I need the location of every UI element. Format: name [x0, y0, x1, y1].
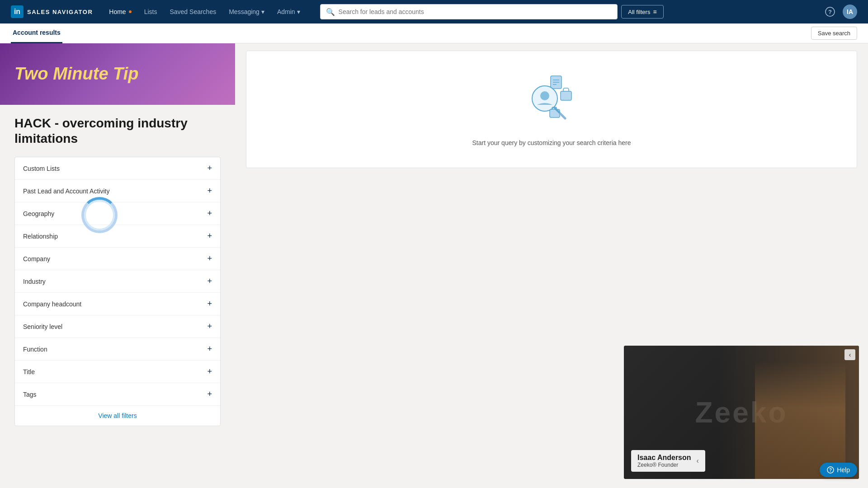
nav-link-home[interactable]: Home [104, 5, 137, 18]
expand-icon: + [207, 209, 212, 218]
chevron-down-icon: ▾ [261, 8, 264, 15]
filter-tags[interactable]: Tags + [15, 383, 220, 406]
name-card: Isaac Anderson Zeeko® Founder ‹ [631, 450, 705, 472]
expand-icon: + [207, 299, 212, 309]
search-illustration [524, 72, 579, 127]
video-overlay: Zeeko Isaac Anderson Zeeko® Founder ‹ ‹ [624, 346, 859, 479]
filter-seniority-level[interactable]: Seniority level + [15, 315, 220, 338]
person-name: Isaac Anderson [637, 454, 691, 462]
filter-lines-icon: ≡ [653, 8, 656, 15]
close-video-button[interactable]: ‹ [844, 349, 855, 360]
search-box: 🔍 [320, 4, 618, 19]
tip-banner[interactable]: Two Minute Tip [0, 43, 235, 105]
hack-title: HACK - overcoming industry limitations [0, 105, 235, 153]
search-results-panel: Start your query by customizing your sea… [246, 51, 857, 168]
expand-icon: + [207, 164, 212, 173]
nav-link-admin[interactable]: Admin ▾ [272, 5, 306, 18]
nav-links: Home Lists Saved Searches Messaging ▾ Ad… [104, 5, 305, 18]
filter-function[interactable]: Function + [15, 338, 220, 361]
main-layout: Two Minute Tip HACK - overcoming industr… [0, 43, 868, 488]
view-all-filters-link[interactable]: View all filters [15, 406, 220, 426]
filter-company-headcount[interactable]: Company headcount + [15, 293, 220, 315]
search-wrapper: 🔍 All filters ≡ [320, 4, 664, 19]
left-panel: Two Minute Tip HACK - overcoming industr… [0, 43, 235, 488]
help-icon-button[interactable]: ? [823, 5, 837, 19]
brand-name: SALES NAVIGATOR [27, 9, 93, 15]
search-hint-text: Start your query by customizing your sea… [472, 139, 631, 146]
expand-icon: + [207, 344, 212, 354]
expand-icon: + [207, 231, 212, 241]
tab-account-results[interactable]: Account results [11, 23, 62, 43]
top-navigation: in SALES NAVIGATOR Home Lists Saved Sear… [0, 0, 868, 23]
person-title: Zeeko® Founder [637, 462, 691, 468]
expand-icon: + [207, 186, 212, 196]
user-avatar[interactable]: IA [843, 5, 857, 19]
nav-link-saved-searches[interactable]: Saved Searches [164, 5, 222, 18]
nav-link-messaging[interactable]: Messaging ▾ [223, 5, 270, 18]
chevron-left-icon: ‹ [697, 457, 699, 465]
svg-rect-8 [561, 91, 571, 100]
nav-logo[interactable]: in SALES NAVIGATOR [11, 5, 93, 18]
svg-point-7 [540, 91, 549, 100]
tip-title: Two Minute Tip [14, 65, 138, 84]
all-filters-button[interactable]: All filters ≡ [621, 5, 663, 19]
filters-panel: Custom Lists + Past Lead and Account Act… [14, 157, 221, 426]
filter-title[interactable]: Title + [15, 361, 220, 383]
sub-header: Account results Save search [0, 23, 868, 43]
loading-indicator [81, 197, 118, 233]
filter-custom-lists[interactable]: Custom Lists + [15, 157, 220, 180]
filter-relationship[interactable]: Relationship + [15, 225, 220, 248]
person-figure [755, 361, 845, 479]
notification-dot [129, 10, 132, 13]
filter-past-lead-activity[interactable]: Past Lead and Account Activity + [15, 180, 220, 202]
nav-right: ? IA [823, 5, 857, 19]
svg-line-11 [561, 114, 565, 118]
expand-icon: + [207, 367, 212, 376]
filter-geography[interactable]: Geography + [15, 202, 220, 225]
svg-text:?: ? [828, 9, 832, 15]
loading-circle [81, 197, 118, 233]
filter-company[interactable]: Company + [15, 248, 220, 270]
svg-text:?: ? [829, 468, 832, 473]
help-button[interactable]: ? Help [820, 463, 857, 477]
expand-icon: + [207, 254, 212, 263]
filter-industry[interactable]: Industry + [15, 270, 220, 293]
expand-icon: + [207, 322, 212, 331]
nav-link-lists[interactable]: Lists [139, 5, 163, 18]
expand-icon: + [207, 277, 212, 286]
linkedin-logo: in [11, 5, 24, 18]
chevron-down-icon: ▾ [297, 8, 300, 15]
expand-icon: + [207, 389, 212, 399]
save-search-button[interactable]: Save search [811, 27, 857, 40]
right-content: Start your query by customizing your sea… [235, 43, 868, 488]
search-input[interactable] [339, 8, 612, 15]
search-icon: 🔍 [326, 8, 335, 16]
